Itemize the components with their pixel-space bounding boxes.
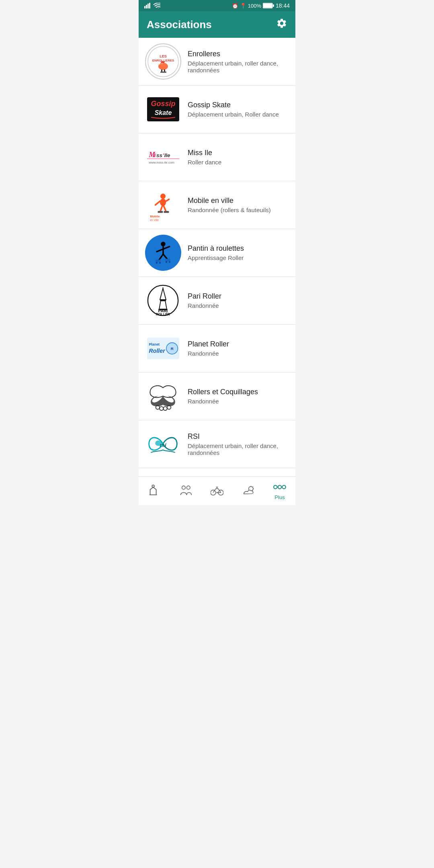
missle-text: Miss Ile Roller dance — [188, 149, 289, 166]
svg-point-85 — [278, 485, 282, 489]
signal-icon — [144, 3, 151, 8]
svg-rect-18 — [161, 61, 165, 62]
list-item[interactable]: M i ss ' Ile www.miss-ile.com Miss Ile R… — [139, 133, 295, 181]
missle-desc: Roller dance — [188, 159, 289, 166]
coquillages-name: Rollers et Coquillages — [188, 388, 289, 396]
more-label: Plus — [274, 494, 285, 500]
list-item[interactable]: PARI ROLLER Pari Roller Randonnée — [139, 277, 295, 325]
enrolleres-text: Enrolleres Déplacement urbain, roller da… — [188, 50, 289, 74]
svg-text:i: i — [154, 152, 156, 158]
svg-text:ss: ss — [156, 152, 162, 158]
planet-desc: Randonnée — [188, 350, 289, 357]
svg-text:Mobile: Mobile — [150, 215, 160, 218]
svg-line-35 — [156, 201, 160, 205]
svg-point-70 — [160, 407, 163, 410]
svg-text:R: R — [171, 346, 174, 351]
svg-point-16 — [162, 63, 162, 64]
nav-item-more[interactable]: Plus — [264, 481, 295, 500]
mobile-logo: Mobile en Ville — [145, 187, 181, 223]
list-item[interactable]: Planet Roller R Planet Roller Randonnée — [139, 325, 295, 373]
settings-button[interactable] — [276, 18, 287, 31]
mobile-desc: Randonnée (rollers & fauteuils) — [188, 207, 289, 213]
enrolleres-desc: Déplacement urbain, roller dance, randon… — [188, 60, 289, 74]
nav-item-bike[interactable] — [201, 484, 233, 497]
nav-item-people[interactable] — [170, 484, 201, 497]
gossip-logo: Gossip Skate — [145, 91, 181, 127]
list-item[interactable]: Gossip Skate Gossip Skate Déplacement ur… — [139, 86, 295, 133]
svg-rect-3 — [149, 3, 150, 8]
svg-rect-7 — [273, 4, 274, 7]
time-display: 18:44 — [276, 2, 290, 9]
list-item[interactable]: Mobile en Ville Mobile en ville Randonné… — [139, 181, 295, 229]
svg-point-74 — [152, 485, 154, 487]
svg-line-38 — [164, 206, 166, 211]
svg-point-84 — [274, 485, 277, 489]
status-right: ⏰ 📍 100% 18:44 — [232, 2, 290, 9]
svg-rect-6 — [263, 4, 272, 8]
pantin-desc: Apprentissage Roller — [188, 254, 289, 261]
skate-icon — [148, 484, 161, 497]
svg-text:Roller: Roller — [149, 348, 166, 354]
rsi-logo: rsi — [145, 426, 181, 462]
svg-rect-51 — [165, 259, 171, 261]
weather-icon — [242, 484, 255, 497]
bottom-nav: Plus — [139, 476, 295, 505]
nav-item-skate[interactable] — [139, 484, 170, 497]
svg-point-44 — [161, 242, 165, 246]
list-item[interactable]: Rollers et Coquillages Randonnée — [139, 373, 295, 420]
pantin-text: Pantin à roulettes Apprentissage Roller — [188, 244, 289, 261]
svg-point-4 — [158, 8, 160, 8]
pari-name: Pari Roller — [188, 292, 289, 301]
association-list: LES ENROLLERES Enrolleres — [139, 38, 295, 468]
planet-text: Planet Roller Randonnée — [188, 340, 289, 357]
svg-text:rsi: rsi — [160, 442, 166, 448]
list-item[interactable]: LES ENROLLERES Enrolleres — [139, 38, 295, 86]
svg-text:LES: LES — [160, 54, 167, 58]
svg-line-36 — [166, 199, 169, 201]
gossip-text: Gossip Skate Déplacement urbain, Roller … — [188, 101, 289, 118]
planet-logo: Planet Roller R — [145, 330, 181, 366]
more-icon — [273, 481, 286, 493]
battery-text: 100% — [248, 3, 261, 9]
location-icon: 📍 — [240, 3, 246, 9]
svg-rect-0 — [144, 6, 145, 8]
svg-rect-1 — [146, 5, 147, 8]
svg-point-33 — [160, 194, 166, 199]
svg-point-54 — [166, 261, 168, 263]
svg-text:Ile: Ile — [164, 152, 170, 158]
coquillages-logo — [145, 378, 181, 414]
missle-name: Miss Ile — [188, 149, 289, 157]
status-bar: ⏰ 📍 100% 18:44 — [139, 0, 295, 11]
nav-item-weather[interactable] — [233, 484, 264, 497]
list-item[interactable]: rsi RSI Déplacement urbain, roller dance… — [139, 420, 295, 468]
bike-icon — [211, 484, 223, 497]
wifi-icon — [153, 3, 160, 8]
alarm-icon: ⏰ — [232, 3, 238, 9]
pari-text: Pari Roller Randonnée — [188, 292, 289, 309]
rsi-desc: Déplacement urbain, roller dance, randon… — [188, 442, 289, 456]
mobile-name: Mobile en ville — [188, 197, 289, 205]
svg-text:www.miss-ile.com: www.miss-ile.com — [148, 161, 174, 164]
svg-point-52 — [156, 262, 158, 264]
svg-point-34 — [160, 199, 166, 206]
missile-logo: M i ss ' Ile www.miss-ile.com — [145, 139, 181, 175]
list-item[interactable]: Pantin à roulettes Apprentissage Roller — [139, 229, 295, 277]
coquillages-desc: Randonnée — [188, 398, 289, 405]
svg-point-75 — [182, 486, 185, 489]
people-icon — [179, 484, 192, 497]
gossip-desc: Déplacement urbain, Roller dance — [188, 111, 289, 118]
svg-text:en Ville: en Ville — [150, 219, 159, 221]
battery-icon — [263, 3, 274, 8]
pantin-logo — [145, 235, 181, 271]
svg-text:ROLLER: ROLLER — [156, 312, 170, 316]
svg-rect-40 — [164, 211, 169, 213]
svg-rect-22 — [163, 72, 166, 73]
svg-line-37 — [160, 206, 162, 211]
svg-line-82 — [253, 486, 253, 487]
svg-text:Planet: Planet — [149, 342, 160, 346]
rsi-text: RSI Déplacement urbain, roller dance, ra… — [188, 432, 289, 456]
app-header: Associations — [139, 11, 295, 38]
mobile-text: Mobile en ville Randonnée (rollers & fau… — [188, 197, 289, 213]
svg-point-86 — [282, 485, 286, 489]
svg-rect-2 — [147, 4, 149, 8]
